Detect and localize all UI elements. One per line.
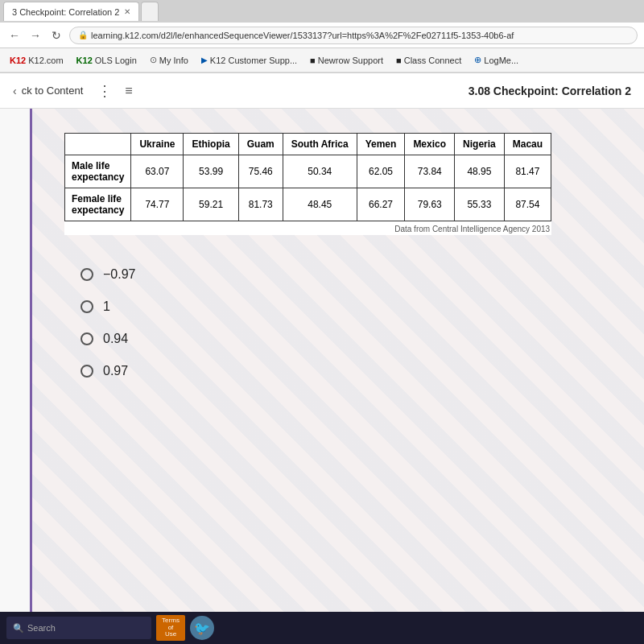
dots-menu-button[interactable]: ⋮: [97, 82, 114, 100]
bookmark-olslogin-label: OLS Login: [95, 56, 137, 65]
answer-label-4: 0.97: [103, 364, 128, 378]
left-sidebar: [0, 109, 32, 644]
tab-bar: 3 Checkpoint: Correlation 2 ✕: [0, 0, 644, 23]
female-south-africa: 48.45: [283, 188, 357, 221]
male-yemen: 62.05: [357, 155, 405, 188]
male-ethiopia: 53.99: [184, 155, 238, 188]
refresh-button[interactable]: ↻: [48, 27, 64, 43]
answer-label-1: −0.97: [103, 267, 135, 282]
male-ukraine: 63.07: [131, 155, 184, 188]
bookmarks-bar: K12 K12.com K12 OLS Login ⊙ My Info ▶ K1…: [0, 48, 644, 72]
taskbar-app-icon-symbol: 🐦: [194, 621, 210, 636]
data-table-container: Ukraine Ethiopia Guam South Africa Yemen…: [64, 133, 551, 235]
female-life-expectancy-label: Female lifeexpectancy: [65, 188, 131, 221]
active-tab[interactable]: 3 Checkpoint: Correlation 2 ✕: [3, 2, 139, 21]
taskbar-search[interactable]: 🔍 Search: [6, 617, 151, 639]
answer-choice-3[interactable]: 0.94: [80, 332, 612, 346]
newrowsupport-icon: ■: [310, 56, 316, 65]
inactive-tab[interactable]: [141, 2, 159, 21]
tab-close-button[interactable]: ✕: [124, 7, 130, 16]
male-south-africa: 50.34: [283, 155, 357, 188]
radio-button-2[interactable]: [80, 300, 93, 313]
radio-button-3[interactable]: [80, 332, 93, 345]
male-life-expectancy-label: Male lifeexpectancy: [65, 155, 131, 188]
bookmark-k12support[interactable]: ▶ K12 Customer Supp...: [198, 54, 300, 67]
table-header-nigeria: Nigeria: [455, 134, 505, 155]
bookmark-k12com-label: K12.com: [28, 56, 63, 65]
table-header-ukraine: Ukraine: [131, 134, 184, 155]
terms-line3: Use: [165, 631, 176, 638]
male-nigeria: 48.95: [455, 155, 505, 188]
female-mexico: 79.63: [405, 188, 455, 221]
taskbar-app-icon[interactable]: 🐦: [190, 616, 214, 640]
table-header-yemen: Yemen: [357, 134, 405, 155]
table-row-male: Male lifeexpectancy 63.07 53.99 75.46 50…: [65, 155, 551, 188]
table-header-empty: [65, 134, 131, 155]
bookmark-olslogin[interactable]: K12 OLS Login: [73, 54, 140, 67]
table-header-macau: Macau: [504, 134, 551, 155]
myinfo-icon: ⊙: [150, 55, 157, 65]
bookmark-newrowsupport-label: Newrow Support: [318, 56, 383, 65]
taskbar: 🔍 Search Terms of Use 🐦: [0, 612, 644, 644]
hamburger-menu-button[interactable]: ≡: [125, 84, 132, 98]
url-text: learning.k12.com/d2l/le/enhancedSequence…: [91, 31, 514, 40]
table-row-female: Female lifeexpectancy 74.77 59.21 81.73 …: [65, 188, 551, 221]
tab-label: 3 Checkpoint: Correlation 2: [12, 7, 119, 17]
address-bar: ← → ↻ 🔒 learning.k12.com/d2l/le/enhanced…: [0, 23, 644, 48]
female-nigeria: 55.33: [455, 188, 505, 221]
taskbar-search-placeholder: Search: [27, 623, 56, 633]
browser-chrome: 3 Checkpoint: Correlation 2 ✕ ← → ↻ 🔒 le…: [0, 0, 644, 73]
content-area: Ukraine Ethiopia Guam South Africa Yemen…: [0, 109, 644, 644]
female-ukraine: 74.77: [131, 188, 184, 221]
answer-choice-4[interactable]: 0.97: [80, 364, 612, 378]
url-field[interactable]: 🔒 learning.k12.com/d2l/le/enhancedSequen…: [69, 27, 638, 44]
table-header-guam: Guam: [238, 134, 283, 155]
bookmark-myinfo-label: My Info: [159, 56, 188, 65]
table-header-south-africa: South Africa: [283, 134, 357, 155]
logmel-icon: ⊕: [474, 55, 481, 65]
male-macau: 81.47: [504, 155, 551, 188]
back-arrow-icon: ‹: [13, 85, 17, 97]
forward-button[interactable]: →: [27, 27, 43, 43]
answer-choice-1[interactable]: −0.97: [80, 267, 612, 282]
answer-choice-2[interactable]: 1: [80, 299, 612, 314]
olslogin-icon: K12: [76, 56, 93, 65]
terms-of-use-button[interactable]: Terms of Use: [156, 615, 185, 641]
content-header: ‹ ck to Content ⋮ ≡ 3.08 Checkpoint: Cor…: [0, 73, 644, 109]
female-guam: 81.73: [238, 188, 283, 221]
table-header-ethiopia: Ethiopia: [184, 134, 238, 155]
table-header-mexico: Mexico: [405, 134, 455, 155]
answer-label-3: 0.94: [103, 332, 128, 346]
bookmark-logmel-label: LogMe...: [484, 56, 518, 65]
female-macau: 87.54: [504, 188, 551, 221]
k12support-icon: ▶: [201, 56, 208, 64]
radio-button-1[interactable]: [80, 268, 93, 281]
bookmark-logmel[interactable]: ⊕ LogMe...: [471, 53, 522, 67]
bookmark-k12com[interactable]: K12 K12.com: [6, 54, 67, 67]
bookmark-k12support-label: K12 Customer Supp...: [210, 56, 297, 65]
female-ethiopia: 59.21: [184, 188, 238, 221]
classconnect-icon: ■: [396, 56, 402, 65]
main-content: Ukraine Ethiopia Guam South Africa Yemen…: [32, 109, 644, 644]
answer-label-2: 1: [103, 299, 110, 314]
table-citation: Data from Central Intelligence Agency 20…: [64, 221, 551, 235]
radio-button-4[interactable]: [80, 365, 93, 378]
male-guam: 75.46: [238, 155, 283, 188]
bookmark-classconnect[interactable]: ■ Class Connect: [393, 54, 464, 67]
page-title: 3.08 Checkpoint: Correlation 2: [469, 85, 631, 97]
bookmark-newrowsupport[interactable]: ■ Newrow Support: [307, 54, 386, 67]
back-to-content-label[interactable]: ck to Content: [22, 85, 84, 97]
search-icon: 🔍: [13, 623, 24, 634]
life-expectancy-table: Ukraine Ethiopia Guam South Africa Yemen…: [64, 133, 551, 221]
back-button[interactable]: ←: [6, 27, 23, 43]
bookmark-myinfo[interactable]: ⊙ My Info: [147, 53, 192, 67]
bookmark-classconnect-label: Class Connect: [404, 56, 462, 65]
male-mexico: 73.84: [405, 155, 455, 188]
female-yemen: 66.27: [357, 188, 405, 221]
k12com-icon: K12: [10, 56, 26, 65]
answer-choices: −0.97 1 0.94 0.97: [64, 259, 612, 378]
